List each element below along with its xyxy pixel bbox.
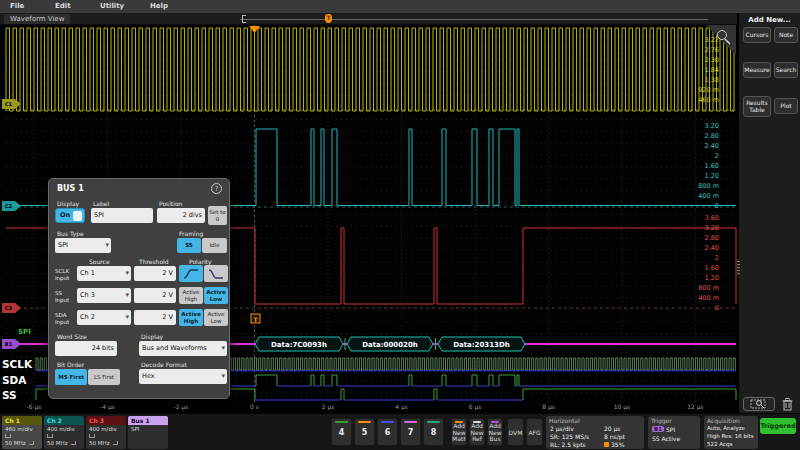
help-button[interactable]: ? xyxy=(211,183,222,194)
threshold-column-header: Threshold xyxy=(139,258,169,265)
svg-text:2.80: 2.80 xyxy=(705,132,719,140)
display-mode-dropdown[interactable]: Bus and Waveforms▾ xyxy=(139,341,227,356)
zoom-area-tool-button[interactable] xyxy=(743,397,775,411)
bit-order-ls-first-button[interactable]: LS First xyxy=(88,369,120,385)
bottom-bar: Ch 1 460 m/div 50 MHz Ch 2 400 m/div 50 … xyxy=(0,413,800,450)
chevron-down-icon: ▾ xyxy=(221,369,225,384)
svg-text:3.20: 3.20 xyxy=(705,224,719,232)
channel-button-4[interactable]: 4 xyxy=(331,418,352,446)
decode-format-dropdown[interactable]: Hex▾ xyxy=(139,369,227,384)
add-measure-button[interactable]: Measure xyxy=(743,62,771,78)
svg-text:460 m: 460 m xyxy=(698,96,719,104)
sclk-source-dropdown[interactable]: Ch 1▾ xyxy=(77,266,131,281)
channel-badge-ch3[interactable]: Ch 3 400 m/div 50 MHz xyxy=(86,416,126,449)
menu-item-file[interactable]: File xyxy=(10,2,24,10)
channel-button-5[interactable]: 5 xyxy=(354,418,375,446)
polarity-column-header: Polarity xyxy=(189,258,211,265)
sclk-polarity-falling-button[interactable] xyxy=(204,265,228,282)
bus-badge-bus1[interactable]: Bus 1 SPI xyxy=(128,416,168,449)
svg-text:4 µs: 4 µs xyxy=(395,403,408,411)
add-search-button[interactable]: Search xyxy=(774,62,798,78)
svg-text:SPI: SPI xyxy=(18,328,31,336)
word-size-input[interactable]: 24 bits xyxy=(55,341,117,356)
ss-active-low-button[interactable]: Active Low xyxy=(204,287,228,304)
framing-idle-button[interactable]: Idle xyxy=(202,238,227,253)
svg-text:0: 0 xyxy=(715,304,719,312)
dvm-button[interactable]: DVM xyxy=(507,418,524,446)
panel-resize-handle[interactable] xyxy=(737,259,740,275)
acquisition-mode: Auto, Analyze xyxy=(707,425,745,431)
svg-text:-6 µs: -6 µs xyxy=(27,403,42,411)
svg-text:800 m: 800 m xyxy=(698,182,719,190)
horizontal-panel[interactable]: Horizontal 2 µs/div 20 µs SR: 125 MS/s 8… xyxy=(546,416,644,449)
oscilloscope-app: File Edit Utility Help Waveform View Dat… xyxy=(0,0,800,450)
bus1-badge-title: Bus 1 xyxy=(128,416,168,425)
trash-button[interactable] xyxy=(780,396,795,412)
add-bus-label: Add New Bus xyxy=(488,422,501,442)
svg-text:SDA: SDA xyxy=(2,374,27,386)
ch3-badge-title: Ch 3 xyxy=(86,416,126,425)
position-input[interactable]: 2 divs xyxy=(157,208,205,223)
tab-waveform-view[interactable]: Waveform View xyxy=(4,14,70,24)
trigger-panel[interactable]: Trigger B1 SPI SS Active xyxy=(648,416,700,449)
waveform-view-header: Waveform View xyxy=(0,13,737,25)
ss-threshold-input[interactable]: 2 V xyxy=(134,288,176,303)
ss-source-dropdown[interactable]: Ch 3▾ xyxy=(77,288,131,303)
add-results-table-button[interactable]: Results Table xyxy=(743,96,771,117)
add-math-label: Add New Math xyxy=(452,422,467,442)
ss-source-value: Ch 3 xyxy=(80,291,95,299)
sda-active-high-button[interactable]: Active High xyxy=(179,309,203,326)
trigger-pin-icon[interactable] xyxy=(325,14,332,23)
sclk-polarity-rising-button[interactable] xyxy=(179,265,203,282)
bit-order-ms-first-button[interactable]: MS First xyxy=(55,369,87,385)
add-new-math-button[interactable]: Add New Math xyxy=(451,418,467,446)
bus-type-dropdown[interactable]: SPI ▾ xyxy=(55,238,111,253)
add-new-title: Add New... xyxy=(739,16,800,24)
svg-text:3.22: 3.22 xyxy=(705,36,719,44)
svg-text:2: 2 xyxy=(715,254,719,262)
timeline-scrollbar[interactable] xyxy=(240,19,708,20)
bandwidth-icon xyxy=(71,441,76,445)
horizontal-span: 20 µs xyxy=(604,425,621,432)
menu-item-edit[interactable]: Edit xyxy=(55,2,71,10)
svg-text:1.38: 1.38 xyxy=(705,76,719,84)
sda-threshold-input[interactable]: 2 V xyxy=(134,310,176,325)
acquisition-panel[interactable]: Acquisition Auto, Analyze High Res: 16 b… xyxy=(704,416,758,449)
add-new-ref-button[interactable]: Add New Ref xyxy=(469,418,485,446)
channel-badge-ch1[interactable]: Ch 1 460 m/div 50 MHz xyxy=(2,416,42,449)
afg-button[interactable]: AFG xyxy=(526,418,543,446)
set-to-zero-button[interactable]: Set to 0 xyxy=(208,206,227,225)
ch1-badge-title: Ch 1 xyxy=(2,416,42,425)
svg-text:800 m: 800 m xyxy=(698,284,719,292)
menu-item-help[interactable]: Help xyxy=(150,2,168,10)
zoom-area-icon xyxy=(750,399,768,409)
svg-text:-2 µs: -2 µs xyxy=(174,403,189,411)
sda-source-dropdown[interactable]: Ch 2▾ xyxy=(77,310,131,325)
zoom-window-bracket[interactable] xyxy=(242,15,246,23)
sda-source-value: Ch 2 xyxy=(80,313,95,321)
decode-format-label: Decode Format xyxy=(141,361,187,368)
svg-text:1.60: 1.60 xyxy=(705,264,719,272)
channel-button-8[interactable]: 8 xyxy=(423,418,444,446)
channel-button-6[interactable]: 6 xyxy=(377,418,398,446)
framing-label: Framing xyxy=(179,230,203,237)
svg-text:Data:20313Dh: Data:20313Dh xyxy=(453,341,510,349)
add-note-button[interactable]: Note xyxy=(774,27,798,43)
display-toggle[interactable]: On xyxy=(55,208,85,223)
ch6-color-stripe xyxy=(381,421,394,423)
menu-item-utility[interactable]: Utility xyxy=(100,2,124,10)
add-cursors-button[interactable]: Cursors xyxy=(743,27,771,43)
channel-button-7[interactable]: 7 xyxy=(400,418,421,446)
svg-text:8 µs: 8 µs xyxy=(542,403,555,411)
sda-active-low-button[interactable]: Active Low xyxy=(204,309,228,326)
ss-active-high-button[interactable]: Active High xyxy=(179,287,203,304)
framing-ss-button[interactable]: SS xyxy=(177,238,201,253)
sda-input-label: SDA Input xyxy=(55,312,77,325)
channel-badge-ch2[interactable]: Ch 2 400 m/div 50 MHz xyxy=(44,416,84,449)
bus-label-input[interactable]: SPI xyxy=(91,208,153,223)
add-plot-button[interactable]: Plot xyxy=(774,98,798,114)
add-new-bus-button[interactable]: Add New Bus xyxy=(487,418,503,446)
bus-type-value: SPI xyxy=(58,241,68,249)
ch5-color-stripe xyxy=(358,421,371,423)
sclk-threshold-input[interactable]: 2 V xyxy=(134,266,176,281)
